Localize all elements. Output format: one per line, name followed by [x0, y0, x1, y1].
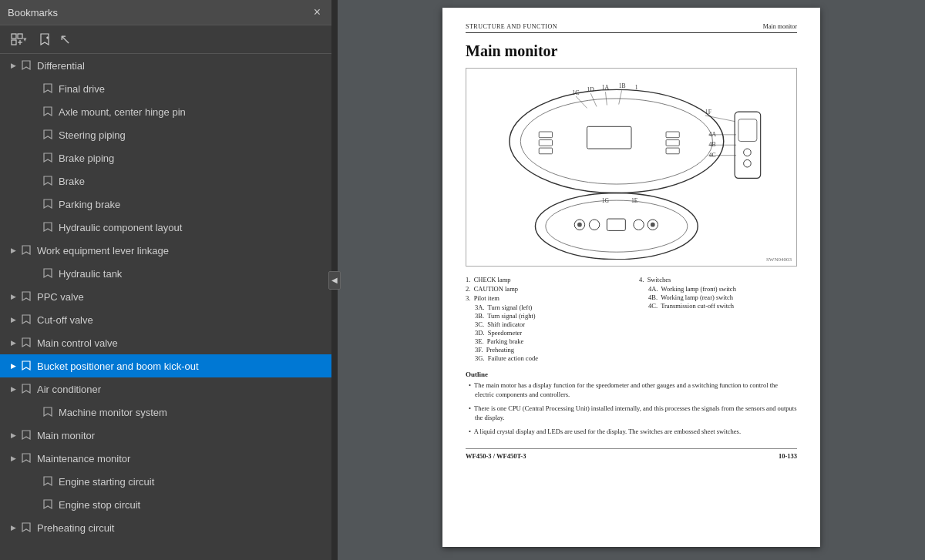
bookmark-item-cutoff-valve[interactable]: ▶ Cut-off valve: [0, 308, 331, 331]
bookmark-flag-icon: [42, 151, 54, 165]
outline-title: Outline: [466, 371, 797, 378]
svg-line-28: [619, 90, 622, 104]
svg-text:1F: 1F: [705, 109, 711, 116]
bookmark-flag-icon: [20, 521, 32, 535]
svg-point-47: [651, 223, 655, 227]
bookmark-add-button[interactable]: [35, 30, 55, 49]
svg-rect-2: [12, 40, 16, 45]
svg-text:4C: 4C: [709, 152, 716, 159]
page-footer: WF450-3 / WF450T-3 10-133: [466, 448, 797, 460]
outline-section: Outline • The main motor has a display f…: [466, 371, 797, 436]
svg-text:1: 1: [635, 84, 638, 91]
bookmark-flag-icon: [20, 428, 32, 442]
expand-arrow-work-equipment: ▶: [6, 243, 20, 257]
svg-point-46: [577, 223, 582, 227]
footer-right: 10-133: [779, 452, 797, 460]
bookmark-item-engine-stop[interactable]: Engine stop circuit: [0, 493, 331, 516]
bookmark-item-air-conditioner[interactable]: ▶ Air conditioner: [0, 377, 331, 401]
collapse-arrow[interactable]: ◀: [328, 271, 341, 290]
bookmark-label-main-monitor: Main monitor: [37, 430, 325, 441]
bookmark-item-ppc-valve[interactable]: ▶ PPC valve: [0, 285, 331, 308]
bookmark-item-maintenance-monitor[interactable]: ▶ Maintenance monitor: [0, 447, 331, 470]
svg-point-8: [520, 99, 712, 184]
cursor-icon: ↖: [58, 31, 72, 48]
bookmark-flag-icon: [42, 82, 54, 96]
bookmark-item-brake-piping[interactable]: Brake piping: [0, 146, 331, 169]
resize-handle[interactable]: ◀: [331, 0, 338, 560]
expand-icon: [11, 33, 23, 45]
bookmark-item-preheating[interactable]: ▶ Preheating circuit: [0, 516, 331, 539]
bookmark-item-bucket-positioner[interactable]: ▶ Bucket positioner and boom kick-out: [0, 354, 331, 377]
bookmarks-title: Bookmarks: [8, 7, 58, 18]
bookmark-flag-icon: [20, 243, 32, 257]
bookmark-flag-icon: [20, 290, 32, 303]
bookmark-label-parking-brake: Parking brake: [59, 199, 325, 210]
bookmark-item-hydraulic-tank[interactable]: Hydraulic tank: [0, 262, 331, 285]
bookmark-flag-icon: [42, 174, 54, 188]
svg-text:1C: 1C: [572, 89, 579, 96]
callout-4b: 4B. Working lamp (rear) switch: [639, 293, 797, 301]
callout-left: 1. CHECK lamp 2. CAUTION lamp 3. Pilot i…: [466, 276, 624, 363]
close-button[interactable]: ×: [311, 5, 324, 20]
bookmark-flag-icon: [20, 313, 32, 327]
bookmark-item-brake[interactable]: Brake: [0, 169, 331, 193]
expand-arrow-main-control-valve: ▶: [6, 336, 20, 350]
bookmarks-header: Bookmarks ×: [0, 0, 331, 25]
svg-rect-10: [539, 132, 552, 138]
bookmarks-panel: Bookmarks × ▾ ↖ ▶ Differential: [0, 0, 331, 560]
svg-point-39: [535, 193, 698, 260]
callout-4c: 4C. Transmission cut-off switch: [639, 302, 797, 310]
svg-text:1A: 1A: [602, 84, 610, 91]
pdf-panel[interactable]: STRUCTURE AND FUNCTION Main monitor Main…: [338, 0, 925, 560]
bookmark-item-engine-starting[interactable]: Engine starting circuit: [0, 470, 331, 493]
bookmark-item-axle-mount[interactable]: Axle mount, center hinge pin: [0, 100, 331, 123]
callout-3e: 3E. Parking brake: [466, 337, 624, 345]
bookmark-label-engine-stop: Engine stop circuit: [59, 499, 325, 511]
outline-bullet-2: • There is one CPU (Central Processing U…: [466, 404, 797, 423]
bookmark-flag-icon: [20, 336, 32, 350]
svg-rect-9: [587, 126, 631, 149]
page-header-right: Main monitor: [763, 23, 797, 30]
svg-point-18: [744, 149, 752, 156]
svg-rect-13: [666, 132, 679, 138]
svg-rect-0: [12, 34, 16, 39]
expand-arrow-bucket-positioner: ▶: [6, 359, 20, 373]
bookmark-flag-icon: [20, 451, 32, 465]
svg-text:1B: 1B: [619, 82, 626, 89]
bookmark-item-final-drive[interactable]: Final drive: [0, 77, 331, 100]
expand-arrow-cutoff-valve: ▶: [6, 313, 20, 327]
bookmark-item-main-control-valve[interactable]: ▶ Main control valve: [0, 331, 331, 354]
bookmark-item-hydraulic-component[interactable]: Hydraulic component layout: [0, 216, 331, 239]
bookmark-item-differential[interactable]: ▶ Differential: [0, 54, 331, 77]
expand-arrow-brake-piping: [28, 151, 42, 165]
svg-rect-1: [18, 34, 22, 39]
callout-right: 4. Switches 4A. Working lamp (front) swi…: [639, 276, 797, 363]
bookmark-item-steering-piping[interactable]: Steering piping: [0, 123, 331, 146]
bookmarks-list[interactable]: ▶ Differential Final drive Axle mount, c…: [0, 54, 331, 560]
svg-point-44: [634, 220, 644, 230]
bookmark-label-axle-mount: Axle mount, center hinge pin: [59, 106, 325, 118]
expand-arrow-machine-monitor: [28, 405, 42, 419]
svg-point-19: [744, 159, 752, 167]
bookmark-label-hydraulic-tank: Hydraulic tank: [59, 268, 325, 280]
bookmark-flag-icon: [42, 498, 54, 511]
expand-all-button[interactable]: ▾: [6, 30, 32, 49]
bookmark-item-parking-brake[interactable]: Parking brake: [0, 193, 331, 216]
bookmark-flag-icon: [42, 405, 54, 419]
bookmark-flag-icon: [20, 359, 32, 373]
svg-rect-11: [539, 140, 552, 146]
page-header-left: STRUCTURE AND FUNCTION: [466, 23, 557, 30]
bookmark-label-preheating: Preheating circuit: [37, 522, 325, 534]
callout-item-3: 3. Pilot item: [466, 294, 624, 302]
expand-arrow-ppc-valve: ▶: [6, 290, 20, 303]
expand-arrow-air-conditioner: ▶: [6, 382, 20, 396]
svg-point-42: [589, 220, 599, 230]
footer-left: WF450-3 / WF450T-3: [466, 452, 526, 460]
bookmark-item-work-equipment[interactable]: ▶ Work equipment lever linkage: [0, 239, 331, 262]
bookmark-label-ppc-valve: PPC valve: [37, 291, 325, 303]
expand-arrow-preheating: ▶: [6, 521, 20, 535]
bookmark-item-machine-monitor[interactable]: Machine monitor system: [0, 401, 331, 424]
bookmark-label-engine-starting: Engine starting circuit: [59, 476, 325, 488]
callout-3d: 3D. Speedometer: [466, 329, 624, 337]
bookmark-item-main-monitor[interactable]: ▶ Main monitor: [0, 424, 331, 447]
